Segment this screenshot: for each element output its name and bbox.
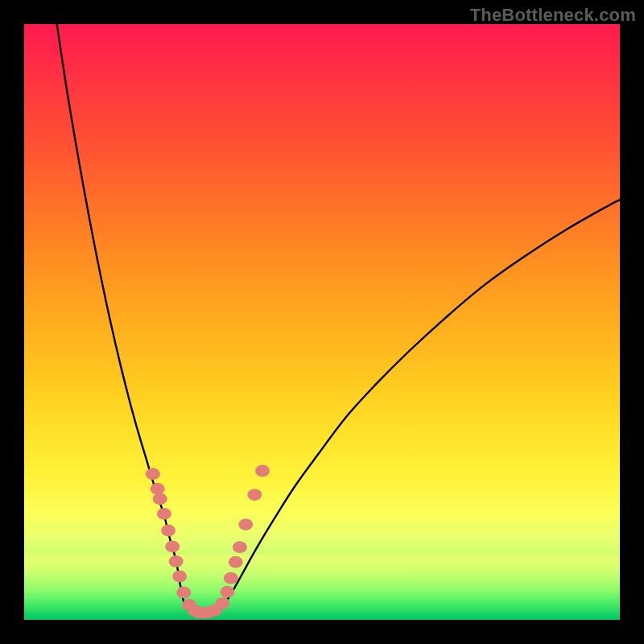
data-marker (153, 493, 167, 505)
data-marker (238, 518, 253, 530)
data-marker (220, 586, 234, 598)
data-marker (247, 489, 262, 501)
data-marker (233, 541, 247, 553)
data-marker (197, 607, 212, 619)
data-marker (192, 607, 206, 619)
data-marker (229, 556, 243, 568)
data-marker (224, 572, 238, 584)
data-marker (202, 606, 217, 618)
data-marker (151, 483, 165, 495)
watermark-text: TheBottleneck.com (470, 5, 636, 26)
data-marker (172, 571, 187, 583)
bottom-highlight-band (24, 555, 620, 620)
data-marker (208, 605, 222, 617)
data-marker (157, 508, 171, 520)
data-marker (215, 597, 229, 609)
curve-layer (24, 24, 620, 620)
data-marker (146, 468, 160, 480)
data-marker (165, 541, 180, 553)
data-marker (182, 599, 196, 611)
data-marker (161, 525, 175, 537)
data-marker (176, 587, 191, 599)
data-marker (255, 465, 270, 477)
data-marker (188, 605, 202, 617)
marker-group (146, 465, 270, 619)
bottleneck-curve (57, 24, 620, 614)
plot-area: 0 100 0 100 line (24, 24, 620, 620)
data-marker (169, 555, 184, 568)
chart-frame: TheBottleneck.com 0 100 0 100 line (0, 0, 644, 644)
